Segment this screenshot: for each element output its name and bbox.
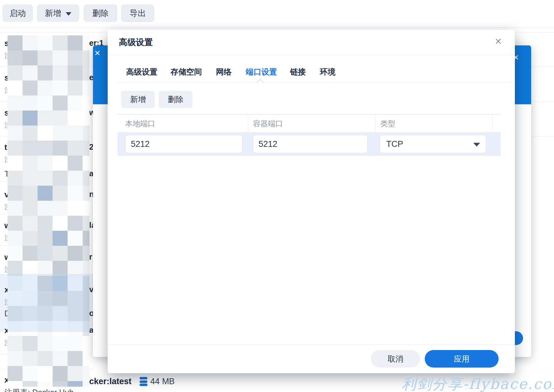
image-name: cker:latest — [89, 377, 131, 386]
active-tab-notch — [256, 79, 264, 86]
table-border — [117, 114, 501, 115]
container-name-fragment: t — [4, 143, 7, 151]
tab-storage[interactable]: 存储空间 — [171, 67, 202, 77]
background-apply-button — [515, 331, 523, 345]
divider — [108, 55, 515, 55]
tab-advanced[interactable]: 高级设置 — [126, 67, 157, 77]
delete-button-label: 删除 — [92, 8, 109, 19]
delete-button[interactable]: 删除 — [84, 4, 117, 22]
add-button-label: 新增 — [45, 8, 61, 19]
registry-label: 注册表: Docker Hub — [4, 387, 74, 392]
apply-button[interactable]: 应用 — [425, 350, 499, 368]
container-port-input[interactable] — [253, 135, 368, 153]
close-icon[interactable]: ✕ — [493, 36, 504, 47]
tab-links[interactable]: 链接 — [290, 67, 306, 77]
port-remove-button[interactable]: 删除 — [159, 91, 192, 108]
tab-ports[interactable]: 端口设置 — [246, 67, 277, 77]
chevron-down-icon — [473, 143, 480, 147]
image-list-item: cker:latest 44 MB — [89, 377, 175, 386]
port-type-value: TCP — [386, 139, 403, 149]
blurred-content-highlight — [8, 274, 90, 332]
port-add-label: 新增 — [130, 94, 146, 105]
export-button-label: 导出 — [130, 8, 146, 19]
image-size: 44 MB — [150, 377, 175, 386]
dialog-title: 高级设置 — [119, 37, 153, 48]
tab-environment[interactable]: 环境 — [320, 67, 336, 77]
local-port-input[interactable] — [125, 135, 243, 153]
port-remove-label: 删除 — [168, 94, 183, 105]
start-button[interactable]: 启动 — [3, 4, 33, 22]
tab-network[interactable]: 网络 — [216, 67, 232, 77]
column-separator — [375, 115, 376, 132]
cancel-button-label: 取消 — [388, 354, 403, 364]
column-header-local-port: 本地端口 — [125, 119, 155, 129]
apply-button-label: 应用 — [454, 354, 469, 364]
start-button-label: 启动 — [10, 8, 26, 19]
column-header-type: 类型 — [380, 119, 395, 129]
database-icon — [140, 377, 147, 386]
watermark: 利剑分享-flybace.com — [402, 374, 554, 392]
toolbar-divider — [0, 28, 554, 28]
footer-divider — [108, 345, 515, 345]
close-icon[interactable]: ✕ — [94, 49, 100, 57]
port-add-button[interactable]: 新增 — [121, 91, 155, 108]
port-type-select[interactable]: TCP — [380, 135, 486, 153]
add-button[interactable]: 新增 — [37, 4, 79, 22]
page: 启动 新增 删除 导出 ser:1注ser注sw注t2注Tavnt注wla注wr… — [0, 0, 554, 392]
chevron-down-icon — [66, 12, 71, 16]
column-header-container-port: 容器端口 — [253, 119, 283, 129]
divider — [117, 82, 514, 83]
cancel-button[interactable]: 取消 — [371, 350, 420, 368]
column-separator — [248, 115, 248, 132]
advanced-settings-dialog: 高级设置 ✕ 高级设置存储空间网络端口设置链接环境 新增 删除 本地端口 容器端… — [108, 30, 515, 373]
port-mapping-row[interactable]: TCP — [117, 132, 501, 156]
column-separator — [492, 115, 493, 132]
blurred-content — [8, 35, 90, 387]
export-button[interactable]: 导出 — [121, 4, 154, 22]
